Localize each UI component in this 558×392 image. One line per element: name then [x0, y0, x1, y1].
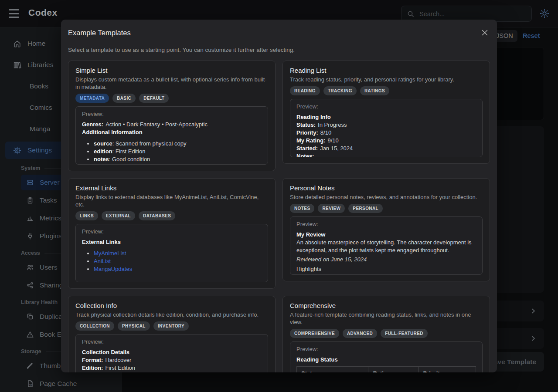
template-card-collection-info[interactable]: Collection Info Track physical collectio… — [68, 296, 276, 372]
preview-label: Preview: — [82, 110, 262, 118]
template-card-simple-list[interactable]: Simple List Displays custom metadata as … — [68, 61, 276, 171]
preview-list-item: notes: Good condition — [94, 155, 262, 163]
preview-bullet-list: source: Scanned from physical copy editi… — [82, 140, 262, 163]
table-header-rating: Rating — [368, 367, 418, 373]
tag-badge: TRACKING — [323, 86, 357, 95]
preview-field: Started:Jan 15, 2024 — [296, 145, 476, 152]
template-name: Simple List — [75, 67, 268, 74]
tag-badge: LINKS — [75, 211, 98, 220]
tag-badge: DATABASES — [139, 211, 175, 220]
tag-badge: RATINGS — [360, 86, 389, 95]
tag-badge: FULL-FEATURED — [381, 329, 428, 338]
preview-section-title: Additional Information — [82, 128, 262, 136]
preview-label: Preview: — [296, 345, 476, 353]
template-preview: Preview: Genres:Action • Dark Fantasy • … — [75, 106, 268, 165]
template-description: Store detailed personal notes, reviews, … — [290, 193, 483, 201]
preview-list-item: MyAnimeList — [94, 250, 262, 257]
tag-list: LINKS EXTERNAL DATABASES — [75, 211, 268, 220]
preview-label: Preview: — [82, 228, 262, 236]
tag-list: NOTES REVIEW PERSONAL — [290, 204, 483, 213]
template-description: Track reading status, priority, and pers… — [290, 76, 483, 83]
preview-field: Edition:First Edition — [82, 364, 262, 372]
preview-list-item: AniList — [94, 257, 262, 265]
tag-list: COMPREHENSIVE ADVANCED FULL-FEATURED — [290, 329, 483, 338]
template-card-personal-notes[interactable]: Personal Notes Store detailed personal n… — [282, 178, 490, 281]
close-button[interactable] — [480, 28, 490, 38]
preview-highlights-label: Highlights — [296, 265, 476, 273]
preview-list-item: MangaUpdates — [94, 265, 262, 273]
preview-list-item: source: Scanned from physical copy — [94, 140, 262, 148]
tag-badge: PERSONAL — [348, 204, 383, 213]
preview-section-title: Reading Info — [296, 113, 476, 121]
preview-label: Preview: — [296, 103, 476, 111]
tag-badge: PHYSICAL — [118, 321, 150, 331]
dialog-title: Example Templates — [68, 28, 490, 37]
template-name: Reading List — [290, 67, 483, 74]
tag-badge: COLLECTION — [75, 321, 114, 331]
tag-badge: BASIC — [112, 94, 136, 103]
tag-badge: NOTES — [290, 204, 314, 213]
tag-badge: READING — [290, 86, 320, 95]
table-header-status: Status — [297, 367, 368, 373]
template-description: A feature-rich template combining readin… — [290, 311, 483, 326]
tag-badge: ADVANCED — [343, 329, 377, 338]
template-card-reading-list[interactable]: Reading List Track reading status, prior… — [282, 61, 490, 164]
template-description: Display links to external databases like… — [75, 193, 268, 208]
preview-label: Preview: — [296, 220, 476, 228]
template-name: External Links — [75, 184, 268, 192]
external-link[interactable]: MangaUpdates — [94, 266, 132, 272]
preview-section-title: My Review — [296, 231, 476, 239]
template-name: Collection Info — [75, 302, 268, 310]
dialog-subtitle: Select a template to use as a starting p… — [68, 47, 490, 53]
preview-section-title: External Links — [82, 238, 262, 246]
tag-list: COLLECTION PHYSICAL INVENTORY — [75, 321, 268, 331]
example-templates-dialog: Example Templates Select a template to u… — [61, 20, 497, 372]
tag-badge: DEFAULT — [139, 94, 169, 103]
preview-field: Genres:Action • Dark Fantasy • Post-Apoc… — [82, 121, 262, 128]
template-name: Personal Notes — [290, 184, 483, 192]
template-card-external-links[interactable]: External Links Display links to external… — [68, 178, 276, 289]
external-link[interactable]: MyAnimeList — [94, 250, 126, 257]
preview-field: Condition:Near Mint — [82, 372, 262, 372]
preview-review-text: An absolute masterpiece of storytelling.… — [296, 239, 476, 254]
external-link[interactable]: AniList — [94, 258, 111, 264]
template-description: Displays custom metadata as a bullet lis… — [75, 76, 268, 91]
template-description: Track physical collection details like e… — [75, 311, 268, 318]
template-preview: Preview: External Links MyAnimeList AniL… — [75, 224, 268, 282]
template-name: Comprehensive — [290, 302, 483, 310]
preview-section-title: Collection Details — [82, 348, 262, 356]
template-preview: Preview: Reading Status Status Rating Pr… — [290, 341, 483, 372]
tag-badge: INVENTORY — [153, 321, 189, 331]
tag-badge: REVIEW — [318, 204, 345, 213]
preview-label: Preview: — [82, 338, 262, 346]
tag-badge: METADATA — [75, 94, 109, 103]
preview-review-date: Reviewed on June 15, 2024 — [296, 256, 476, 264]
preview-link-list: MyAnimeList AniList MangaUpdates — [82, 250, 262, 273]
table-header-priority: Priority — [418, 367, 476, 373]
preview-table: Status Rating Priority Completed 9/10 10 — [296, 366, 476, 372]
tag-list: METADATA BASIC DEFAULT — [75, 94, 268, 103]
template-preview: Preview: Collection Details Format:Hardc… — [75, 334, 268, 372]
preview-field: Priority:8/10 — [296, 129, 476, 137]
template-preview: Preview: My Review An absolute masterpie… — [290, 216, 483, 275]
tag-badge: COMPREHENSIVE — [290, 329, 339, 338]
preview-field: Format:Hardcover — [82, 356, 262, 364]
tag-badge: EXTERNAL — [102, 211, 135, 220]
preview-field: Notes: — [296, 152, 476, 157]
close-icon — [480, 28, 489, 37]
preview-field: Status:In Progress — [296, 121, 476, 129]
preview-section-title: Reading Status — [296, 356, 476, 364]
template-card-comprehensive[interactable]: Comprehensive A feature-rich template co… — [282, 296, 490, 372]
preview-list-item: edition: First Edition — [94, 148, 262, 155]
tag-list: READING TRACKING RATINGS — [290, 86, 483, 95]
template-grid: Simple List Displays custom metadata as … — [68, 61, 490, 372]
preview-field: My Rating:9/10 — [296, 137, 476, 145]
template-preview: Preview: Reading Info Status:In Progress… — [290, 99, 483, 157]
